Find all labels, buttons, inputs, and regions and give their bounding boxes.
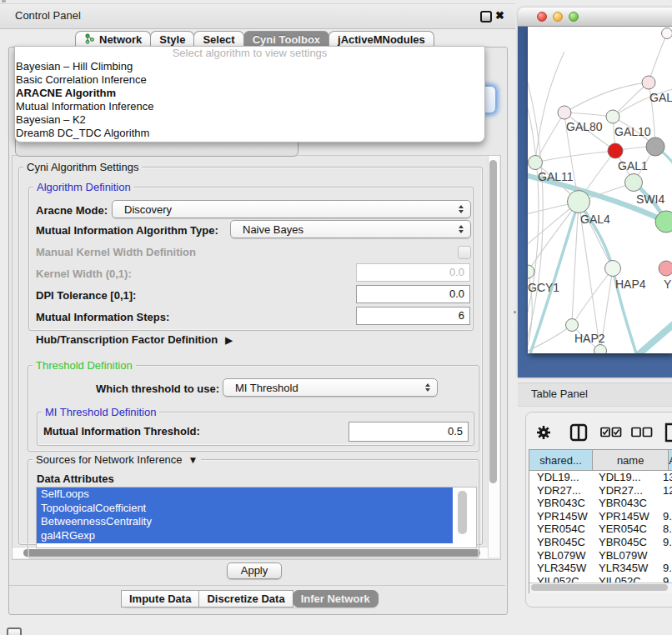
table-row[interactable]: YBR045C YBR045C 9. [529, 536, 672, 549]
table-cell-value: 9. [655, 536, 672, 549]
network-node[interactable] [528, 265, 534, 278]
network-node[interactable] [625, 174, 643, 192]
network-node[interactable] [605, 261, 621, 277]
select-all-checkboxes-icon[interactable] [600, 427, 622, 440]
network-node[interactable] [568, 191, 590, 213]
attribute-list-item[interactable]: gal4RGexp [37, 529, 453, 543]
float-window-icon[interactable] [480, 11, 492, 22]
table-row[interactable]: YDL19... YDL19... 13 [529, 471, 672, 484]
table-row[interactable]: YLR345W YLR345W 9. [529, 562, 672, 575]
which-threshold-combo[interactable]: MI Threshold [223, 378, 438, 397]
close-traffic-light-icon[interactable] [537, 12, 547, 22]
attribute-list-item[interactable]: TopologicalCoefficient [37, 502, 453, 516]
bottom-tab-label: Impute Data [129, 592, 191, 605]
network-node[interactable] [558, 106, 571, 119]
algorithm-dropdown-item[interactable]: Basic Correlation Inference [15, 73, 484, 87]
network-node-label: HAP4 [615, 278, 646, 291]
algorithm-dropdown-item-label: ARACNE Algorithm [16, 87, 116, 99]
table-cell-shared-name: YBL079W [529, 549, 592, 562]
network-window-titlebar[interactable] [518, 8, 672, 27]
hub-definition-label: Hub/Transcription Factor Definition [36, 333, 218, 346]
table-row[interactable]: YBR043C YBR043C [529, 497, 672, 510]
network-edge[interactable] [528, 77, 543, 343]
network-node[interactable] [608, 143, 623, 158]
algorithm-dropdown-item[interactable]: ARACNE Algorithm [15, 87, 484, 100]
network-node[interactable] [594, 345, 607, 354]
tab-label: Select [203, 33, 234, 46]
table-cell-name: YBR045C [592, 536, 655, 549]
algorithm-dropdown-item[interactable]: Dream8 DC_TDC Algorithm [15, 127, 484, 140]
bottom-tab[interactable]: Discretize Data [198, 590, 293, 608]
kernel-width-field[interactable]: 0.0 [356, 263, 470, 282]
algorithm-dropdown-item[interactable]: Mutual Information Inference [15, 100, 484, 113]
network-node[interactable] [642, 76, 655, 89]
network-view-window: GAL2GAL80GAL10GAL1GAL11SWI4GAL4GCY1HAP4Y… [518, 8, 672, 378]
attribute-list-item[interactable]: BetweennessCentrality [37, 515, 453, 529]
network-edge[interactable] [564, 82, 649, 112]
table-column-header[interactable]: shared... [529, 450, 593, 470]
sources-title[interactable]: Sources for Network Inference▼ [33, 453, 201, 467]
network-node[interactable] [659, 261, 672, 276]
node-table-body: YDL19... YDL19... 13 YDR27... YDR27... 1… [529, 471, 672, 588]
bottom-tab[interactable]: Infer Network [293, 590, 379, 608]
table-cell-shared-name: YBR043C [529, 497, 592, 510]
network-node[interactable] [529, 156, 543, 170]
control-panel-tab[interactable]: Cyni Toolbox [243, 31, 329, 48]
export-table-icon[interactable] [664, 422, 672, 445]
attribute-list-scrollbar-thumb[interactable] [458, 491, 467, 534]
network-edge[interactable] [535, 112, 564, 162]
network-edge[interactable] [564, 112, 613, 117]
mi-algorithm-type-combo[interactable]: Naive Bayes [230, 220, 471, 238]
vertical-scrollbar-thumb[interactable] [489, 160, 497, 483]
attribute-list-item[interactable]: SelfLoops [37, 488, 453, 502]
mi-steps-field[interactable]: 6 [356, 307, 470, 325]
minimize-traffic-light-icon[interactable] [553, 12, 563, 22]
control-panel-tab[interactable]: Network [75, 31, 151, 48]
algorithm-dropdown-item[interactable]: Bayesian – Hill Climbing [15, 60, 484, 73]
close-icon[interactable]: ✖ [495, 9, 504, 22]
collapse-down-icon: ▼ [188, 454, 198, 467]
table-column-header[interactable]: A [669, 450, 672, 470]
mi-threshold-field[interactable]: 0.5 [349, 422, 469, 442]
table-row[interactable]: YBL079W YBL079W [529, 549, 672, 562]
table-cell-name: YBL079W [592, 549, 655, 562]
control-panel-tab[interactable]: Select [193, 31, 243, 48]
deselect-checkboxes-icon[interactable] [631, 427, 653, 440]
table-panel-title: Table Panel [531, 388, 588, 400]
tab-label: Network [99, 33, 142, 46]
table-row[interactable]: YER054C YER054C 8. [529, 522, 672, 536]
algorithm-dropdown-item[interactable]: Bayesian – K2 [15, 113, 484, 127]
control-panel-tabstrip: Network Style Select Cyni Toolbox jActiv… [76, 31, 434, 48]
table-row[interactable]: YPR145W YPR145W 9. [529, 510, 672, 523]
manual-kernel-width-checkbox[interactable] [458, 246, 471, 259]
gear-icon[interactable] [536, 425, 551, 442]
table-column-header[interactable]: name [593, 450, 669, 470]
control-panel-tab[interactable]: jActiveMNodules [328, 31, 434, 48]
network-node[interactable] [566, 319, 579, 332]
hub-definition-expander[interactable]: Hub/Transcription Factor Definition▶ [36, 333, 233, 346]
table-row[interactable]: YDR27... YDR27... 12 [529, 484, 672, 498]
splitter-handle[interactable] [514, 311, 516, 313]
apply-button[interactable]: Apply [227, 562, 282, 579]
table-cell-shared-name: YBR045C [529, 536, 592, 549]
network-node[interactable] [655, 211, 672, 232]
zoom-traffic-light-icon[interactable] [569, 12, 579, 22]
split-columns-icon[interactable] [569, 423, 588, 444]
expander-right-icon: ▶ [225, 335, 232, 346]
data-attributes-list[interactable]: SelfLoopsTopologicalCoefficientBetweenne… [36, 487, 477, 548]
control-panel-tab[interactable]: Style [150, 31, 194, 48]
network-edge[interactable] [649, 33, 667, 82]
table-horizontal-scrollbar-thumb[interactable] [531, 584, 668, 591]
network-canvas[interactable]: GAL2GAL80GAL10GAL1GAL11SWI4GAL4GCY1HAP4Y… [528, 27, 672, 353]
network-node[interactable] [606, 110, 619, 123]
aracne-mode-combo[interactable]: Discovery [112, 200, 471, 218]
network-node[interactable] [646, 138, 664, 156]
panel-divider [9, 585, 505, 586]
which-threshold-label: Which threshold to use: [69, 382, 219, 395]
network-edge[interactable] [535, 151, 615, 162]
network-edge[interactable] [638, 323, 672, 353]
bottom-tab[interactable]: Impute Data [121, 590, 199, 608]
network-node[interactable] [662, 28, 672, 39]
dpi-tolerance-field[interactable]: 0.0 [356, 285, 470, 303]
network-icon [84, 33, 95, 47]
